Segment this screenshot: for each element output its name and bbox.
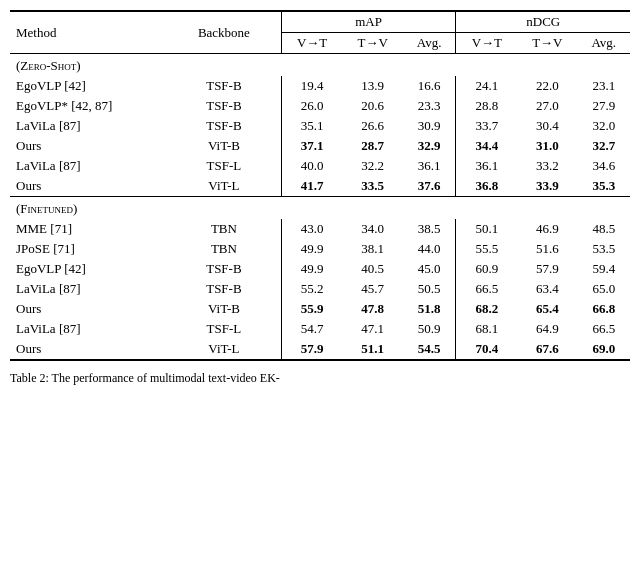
table-row: EgoVLP [42]TSF-B19.413.916.624.122.023.1 xyxy=(10,76,630,96)
map-tv-header: T→V xyxy=(342,33,402,54)
cell: 32.9 xyxy=(403,136,456,156)
cell: MME [71] xyxy=(10,219,167,239)
cell: Ours xyxy=(10,136,167,156)
table-row: OursViT-L41.733.537.636.833.935.3 xyxy=(10,176,630,197)
cell: 28.7 xyxy=(342,136,402,156)
cell: 50.9 xyxy=(403,319,456,339)
cell: 53.5 xyxy=(578,239,630,259)
cell: 44.0 xyxy=(403,239,456,259)
header-row-top: Method Backbone mAP nDCG xyxy=(10,11,630,33)
cell: 66.8 xyxy=(578,299,630,319)
cell: 33.2 xyxy=(517,156,577,176)
cell: 50.5 xyxy=(403,279,456,299)
cell: TSF-B xyxy=(167,279,281,299)
cell: 69.0 xyxy=(578,339,630,360)
cell: 26.0 xyxy=(281,96,342,116)
cell: 46.9 xyxy=(517,219,577,239)
table-row: LaViLa [87]TSF-B35.126.630.933.730.432.0 xyxy=(10,116,630,136)
cell: 22.0 xyxy=(517,76,577,96)
cell: ViT-L xyxy=(167,339,281,360)
cell: 54.5 xyxy=(403,339,456,360)
cell: 23.1 xyxy=(578,76,630,96)
cell: LaViLa [87] xyxy=(10,279,167,299)
cell: TSF-B xyxy=(167,76,281,96)
cell: ViT-B xyxy=(167,299,281,319)
cell: TSF-B xyxy=(167,96,281,116)
cell: 37.1 xyxy=(281,136,342,156)
table-row: JPoSE [71]TBN49.938.144.055.551.653.5 xyxy=(10,239,630,259)
cell: 36.1 xyxy=(456,156,517,176)
ndcg-avg-header: Avg. xyxy=(578,33,630,54)
cell: 19.4 xyxy=(281,76,342,96)
cell: TSF-B xyxy=(167,116,281,136)
cell: 59.4 xyxy=(578,259,630,279)
table-row: LaViLa [87]TSF-B55.245.750.566.563.465.0 xyxy=(10,279,630,299)
cell: 66.5 xyxy=(578,319,630,339)
cell: 32.0 xyxy=(578,116,630,136)
cell: TSF-L xyxy=(167,319,281,339)
cell: 20.6 xyxy=(342,96,402,116)
ndcg-tv-header: T→V xyxy=(517,33,577,54)
cell: 51.8 xyxy=(403,299,456,319)
cell: 13.9 xyxy=(342,76,402,96)
cell: TSF-L xyxy=(167,156,281,176)
cell: 35.3 xyxy=(578,176,630,197)
ndcg-group-header: nDCG xyxy=(456,11,630,33)
section-label-0: (Zero-Shot) xyxy=(10,54,630,77)
cell: Ours xyxy=(10,299,167,319)
cell: 49.9 xyxy=(281,259,342,279)
cell: 27.0 xyxy=(517,96,577,116)
table-row: EgoVLP [42]TSF-B49.940.545.060.957.959.4 xyxy=(10,259,630,279)
cell: 55.5 xyxy=(456,239,517,259)
table-caption: Table 2: The performance of multimodal t… xyxy=(10,369,630,387)
cell: Ours xyxy=(10,176,167,197)
cell: TBN xyxy=(167,239,281,259)
cell: 68.1 xyxy=(456,319,517,339)
table-row: OursViT-B55.947.851.868.265.466.8 xyxy=(10,299,630,319)
cell: 30.9 xyxy=(403,116,456,136)
cell: 40.0 xyxy=(281,156,342,176)
cell: EgoVLP [42] xyxy=(10,259,167,279)
cell: Ours xyxy=(10,339,167,360)
cell: 66.5 xyxy=(456,279,517,299)
cell: 65.0 xyxy=(578,279,630,299)
cell: 16.6 xyxy=(403,76,456,96)
cell: 37.6 xyxy=(403,176,456,197)
cell: 65.4 xyxy=(517,299,577,319)
cell: 23.3 xyxy=(403,96,456,116)
cell: 64.9 xyxy=(517,319,577,339)
cell: EgoVLP* [42, 87] xyxy=(10,96,167,116)
section-label-1: (Finetuned) xyxy=(10,197,630,220)
cell: JPoSE [71] xyxy=(10,239,167,259)
method-header: Method xyxy=(10,11,167,54)
cell: LaViLa [87] xyxy=(10,156,167,176)
cell: 34.4 xyxy=(456,136,517,156)
table-row: LaViLa [87]TSF-L40.032.236.136.133.234.6 xyxy=(10,156,630,176)
cell: 45.7 xyxy=(342,279,402,299)
cell: 32.2 xyxy=(342,156,402,176)
cell: 33.5 xyxy=(342,176,402,197)
cell: 33.7 xyxy=(456,116,517,136)
cell: 47.8 xyxy=(342,299,402,319)
cell: 36.1 xyxy=(403,156,456,176)
cell: 51.1 xyxy=(342,339,402,360)
backbone-header: Backbone xyxy=(167,11,281,54)
cell: 38.1 xyxy=(342,239,402,259)
cell: 55.2 xyxy=(281,279,342,299)
cell: 51.6 xyxy=(517,239,577,259)
cell: 54.7 xyxy=(281,319,342,339)
cell: 45.0 xyxy=(403,259,456,279)
cell: 50.1 xyxy=(456,219,517,239)
cell: 30.4 xyxy=(517,116,577,136)
map-avg-header: Avg. xyxy=(403,33,456,54)
results-table: Method Backbone mAP nDCG V→T T→V Avg. V→… xyxy=(10,10,630,361)
cell: ViT-B xyxy=(167,136,281,156)
cell: 32.7 xyxy=(578,136,630,156)
cell: TSF-B xyxy=(167,259,281,279)
table-row: OursViT-B37.128.732.934.431.032.7 xyxy=(10,136,630,156)
cell: 24.1 xyxy=(456,76,517,96)
cell: 40.5 xyxy=(342,259,402,279)
cell: 33.9 xyxy=(517,176,577,197)
cell: 41.7 xyxy=(281,176,342,197)
cell: 35.1 xyxy=(281,116,342,136)
